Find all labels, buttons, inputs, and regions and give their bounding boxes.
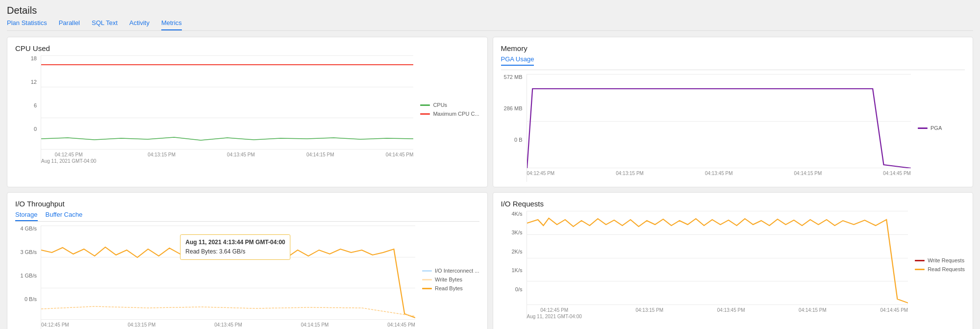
y-label: 0	[15, 126, 37, 132]
x-label: 04:13:15 PM	[635, 307, 663, 313]
x-label: 04:13:15 PM	[128, 322, 156, 328]
subtab-pga-usage[interactable]: PGA Usage	[501, 55, 534, 66]
legend-item-read-requests: Read Requests	[915, 266, 965, 272]
page: Details Plan Statistics Parallel SQL Tex…	[0, 0, 980, 329]
cpu-used-card: CPU Used 18 12 6 0	[7, 37, 488, 187]
io-throughput-svg	[41, 226, 415, 320]
tab-sql-text[interactable]: SQL Text	[92, 19, 118, 30]
subtab-storage[interactable]: Storage	[15, 211, 38, 221]
x-label: 04:14:45 PM	[880, 307, 908, 313]
y-label: 572 MB	[501, 74, 523, 80]
x-label: 04:14:15 PM	[306, 152, 334, 158]
x-label: 04:14:15 PM	[799, 307, 827, 313]
memory-y-axis: 572 MB 286 MB 0 B	[501, 74, 527, 182]
y-label-spacer	[15, 320, 37, 329]
legend-item-cpus: CPUs	[420, 102, 479, 108]
memory-chart-area: 572 MB 286 MB 0 B	[501, 74, 965, 182]
x-label: 04:13:45 PM	[214, 322, 242, 328]
cpu-used-chart-main: 04:12:45 PM Aug 11, 2021 GMT-04:00 04:13…	[41, 55, 413, 163]
y-label: 2K/s	[501, 249, 523, 254]
legend-item-io-interconnect: I/O Interconnect ...	[422, 268, 479, 274]
y-label: 0/s	[501, 286, 523, 292]
io-requests-card: I/O Requests 4K/s 3K/s 2K/s 1K/s 0/s	[493, 192, 974, 329]
memory-card: Memory PGA Usage 572 MB 286 MB 0 B	[493, 37, 974, 187]
memory-subtabs: PGA Usage	[501, 55, 965, 70]
x-label: 04:13:15 PM	[148, 152, 176, 158]
x-label: 04:14:45 PM	[386, 152, 414, 158]
tab-plan-statistics[interactable]: Plan Statistics	[7, 19, 47, 30]
tab-activity[interactable]: Activity	[129, 19, 150, 30]
cpu-used-title: CPU Used	[15, 44, 479, 52]
io-throughput-x-axis: 04:12:45 PM 04:13:15 PM 04:13:45 PM 04:1…	[41, 320, 415, 329]
y-label: 18	[15, 55, 37, 61]
io-requests-x-axis: 04:12:45 PM Aug 11, 2021 GMT-04:00 04:13…	[527, 305, 908, 319]
y-label: 286 MB	[501, 105, 523, 111]
cpu-used-chart-area: 18 12 6 0	[15, 55, 479, 163]
y-label-spacer	[501, 168, 523, 182]
io-throughput-chart-main: Aug 11, 2021 4:13:44 PM GMT-04:00 Read B…	[41, 226, 415, 329]
tab-metrics[interactable]: Metrics	[161, 19, 182, 30]
legend-item-max-cpu: Maximum CPU C...	[420, 111, 479, 117]
legend-item-write-bytes: Write Bytes	[422, 277, 479, 282]
y-label: 6	[15, 102, 37, 108]
y-label-spacer	[15, 150, 37, 163]
memory-svg	[527, 74, 911, 168]
cpu-used-svg	[41, 55, 413, 150]
x-label: 04:13:45 PM	[227, 152, 255, 158]
io-requests-title: I/O Requests	[501, 200, 965, 208]
cpu-used-legend: CPUs Maximum CPU C...	[413, 55, 479, 163]
charts-grid: CPU Used 18 12 6 0	[7, 37, 973, 329]
io-requests-svg	[527, 211, 908, 305]
x-label: 04:13:15 PM	[616, 170, 644, 177]
memory-legend: PGA	[911, 74, 965, 182]
page-title: Details	[7, 5, 973, 16]
subtab-buffer-cache[interactable]: Buffer Cache	[46, 211, 83, 221]
x-label: 04:13:45 PM	[717, 307, 745, 313]
io-requests-y-axis: 4K/s 3K/s 2K/s 1K/s 0/s	[501, 211, 527, 319]
y-label: 0 B	[501, 137, 523, 143]
cpu-used-y-axis: 18 12 6 0	[15, 55, 41, 163]
x-label: 04:14:15 PM	[794, 170, 822, 177]
io-throughput-legend: I/O Interconnect ... Write Bytes Read By…	[415, 226, 479, 329]
io-requests-legend: Write Requests Read Requests	[908, 211, 965, 319]
y-label: 1 GB/s	[15, 273, 37, 278]
tab-parallel[interactable]: Parallel	[59, 19, 80, 30]
y-label: 3K/s	[501, 229, 523, 235]
io-throughput-title: I/O Throughput	[15, 200, 479, 208]
memory-x-axis: 04:12:45 PM 04:13:15 PM 04:13:45 PM 04:1…	[527, 168, 911, 182]
x-label: 04:13:45 PM	[705, 170, 733, 177]
memory-title: Memory	[501, 44, 965, 52]
io-throughput-card: I/O Throughput Storage Buffer Cache 4 GB…	[7, 192, 488, 329]
y-label: 4 GB/s	[15, 226, 37, 231]
io-throughput-subtabs: Storage Buffer Cache	[15, 211, 479, 222]
x-label: 04:12:45 PM Aug 11, 2021 GMT-04:00	[41, 152, 96, 164]
tabs-bar: Plan Statistics Parallel SQL Text Activi…	[7, 19, 973, 31]
x-label: 04:14:15 PM	[301, 322, 329, 328]
x-label: 04:12:45 PM	[527, 170, 555, 177]
io-throughput-y-axis: 4 GB/s 3 GB/s 1 GB/s 0 B/s	[15, 226, 41, 329]
legend-item-pga: PGA	[918, 125, 965, 131]
x-label: 04:12:45 PM Aug 11, 2021 GMT-04:00	[527, 307, 582, 320]
x-label: 04:14:45 PM	[883, 170, 911, 177]
y-label: 0 B/s	[15, 296, 37, 302]
memory-chart-main: 04:12:45 PM 04:13:15 PM 04:13:45 PM 04:1…	[527, 74, 911, 182]
legend-item-write-requests: Write Requests	[915, 257, 965, 263]
cpu-used-x-axis: 04:12:45 PM Aug 11, 2021 GMT-04:00 04:13…	[41, 150, 413, 163]
io-throughput-chart-area: 4 GB/s 3 GB/s 1 GB/s 0 B/s	[15, 226, 479, 329]
x-label: 04:12:45 PM	[41, 322, 69, 328]
x-label: 04:14:45 PM	[387, 322, 415, 328]
y-label: 1K/s	[501, 267, 523, 273]
legend-item-read-bytes: Read Bytes	[422, 285, 479, 291]
io-requests-chart-area: 4K/s 3K/s 2K/s 1K/s 0/s	[501, 211, 965, 319]
y-label-spacer	[501, 305, 523, 319]
y-label: 3 GB/s	[15, 249, 37, 255]
y-label: 4K/s	[501, 211, 523, 217]
io-requests-chart-main: 04:12:45 PM Aug 11, 2021 GMT-04:00 04:13…	[527, 211, 908, 319]
y-label: 12	[15, 79, 37, 85]
